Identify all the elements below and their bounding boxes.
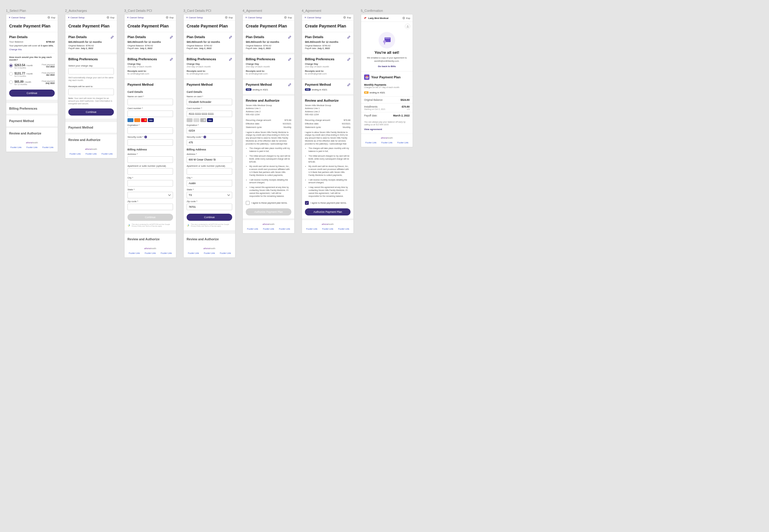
- footer-link[interactable]: Footer Link: [306, 228, 317, 230]
- billing-prefs-collapsed[interactable]: Billing Preferences: [6, 101, 58, 114]
- change-this-link[interactable]: Change this: [9, 48, 55, 51]
- back-to-bills-link[interactable]: Go back to Bills: [361, 65, 413, 68]
- language-toggle[interactable]: Esp: [402, 17, 410, 20]
- edit-icon[interactable]: [288, 83, 291, 86]
- state-select[interactable]: TX: [187, 192, 232, 198]
- authorize-button[interactable]: Authorize Payment Plan: [305, 208, 350, 215]
- cancel-setup-link[interactable]: ✕Cancel Setup: [127, 16, 144, 19]
- globe-icon: [402, 17, 405, 20]
- edit-icon[interactable]: [170, 58, 173, 61]
- page-title: Create Payment Plan: [124, 21, 176, 32]
- plan-option-0[interactable]: $263.54 / monthfor 3 months Final paymen…: [9, 64, 55, 69]
- zip-input[interactable]: [187, 204, 232, 210]
- cancel-setup-link[interactable]: ✕Cancel Setup: [304, 16, 321, 19]
- column-label: 4_Agreement: [242, 9, 294, 12]
- footer-link[interactable]: Footer Link: [188, 252, 199, 254]
- edit-icon[interactable]: [170, 35, 173, 39]
- address-input[interactable]: [187, 156, 232, 163]
- footer-link[interactable]: Footer Link: [365, 141, 376, 144]
- footer-link[interactable]: Footer Link: [220, 252, 231, 254]
- expiration-input[interactable]: [187, 127, 232, 134]
- footer-link[interactable]: Footer Link: [161, 252, 172, 254]
- footer-link[interactable]: Footer Link: [381, 141, 393, 144]
- footer-link[interactable]: Footer Link: [10, 146, 22, 149]
- edit-icon[interactable]: [347, 83, 350, 86]
- page-title: Create Payment Plan: [184, 21, 235, 32]
- payment-method-heading: Payment Method: [127, 83, 153, 86]
- info-icon[interactable]: i: [203, 136, 206, 138]
- org-address: Seven Hills Medical Group Address Line 1…: [246, 104, 291, 116]
- apt-input[interactable]: [187, 168, 232, 175]
- plan-option-2[interactable]: $65.89 / monthfor 12 months Final paymen…: [9, 80, 55, 85]
- edit-icon[interactable]: [229, 58, 232, 61]
- footer-link[interactable]: Footer Link: [69, 153, 81, 155]
- cancel-setup-link[interactable]: ✕Cancel Setup: [186, 16, 203, 19]
- edit-icon[interactable]: [229, 35, 232, 39]
- mastercard-icon: [200, 118, 206, 122]
- review-collapsed[interactable]: Review and Authorize: [124, 232, 176, 244]
- edit-icon[interactable]: [347, 58, 350, 61]
- name-on-card-input[interactable]: [127, 99, 173, 105]
- footer-link[interactable]: Footer Link: [85, 153, 97, 155]
- card-number-input[interactable]: [187, 111, 232, 117]
- footer-link[interactable]: Footer Link: [26, 146, 38, 149]
- footer-link[interactable]: Footer Link: [145, 252, 156, 254]
- language-toggle[interactable]: Esp: [106, 16, 114, 19]
- payment-method-collapsed[interactable]: Payment Method: [65, 120, 117, 133]
- footer-link[interactable]: Footer Link: [42, 146, 54, 149]
- plan-option-1[interactable]: $131.77 / monthfor 6 months Final paymen…: [9, 72, 55, 77]
- cancel-setup-link[interactable]: ✕Cancel Setup: [68, 16, 85, 19]
- plan-desc: Your payment plan will cover all: [9, 44, 41, 47]
- info-icon[interactable]: i: [144, 136, 147, 138]
- continue-button[interactable]: Continue: [9, 90, 55, 97]
- footer-link[interactable]: Footer Link: [263, 228, 274, 230]
- language-toggle[interactable]: Esp: [47, 16, 55, 19]
- city-input[interactable]: [127, 180, 173, 186]
- zip-input[interactable]: [127, 204, 173, 210]
- footer-link[interactable]: Footer Link: [204, 252, 215, 254]
- review-collapsed[interactable]: Review and Authorize: [6, 126, 58, 139]
- review-collapsed[interactable]: Review and Authorize: [184, 232, 235, 244]
- expiration-input[interactable]: [127, 127, 173, 134]
- security-code-input[interactable]: [187, 139, 232, 146]
- language-toggle[interactable]: Esp: [225, 16, 233, 19]
- payment-method-collapsed[interactable]: Payment Method: [6, 114, 58, 126]
- continue-button[interactable]: Continue: [68, 108, 114, 116]
- review-collapsed[interactable]: Review and Authorize: [65, 133, 117, 145]
- edit-icon[interactable]: [347, 35, 350, 39]
- footer-link[interactable]: Footer Link: [338, 228, 349, 230]
- address-input[interactable]: [127, 156, 173, 163]
- footer-link[interactable]: Footer Link: [247, 228, 258, 230]
- state-select[interactable]: [127, 192, 173, 198]
- agree-checkbox-row[interactable]: ✓ I agree to these payment plan terms.: [305, 201, 350, 205]
- city-input[interactable]: [187, 180, 232, 186]
- footer-link[interactable]: Footer Link: [397, 141, 409, 144]
- edit-icon[interactable]: [288, 58, 291, 61]
- view-agreement-link[interactable]: View agreement: [361, 128, 413, 134]
- apt-input[interactable]: [127, 168, 173, 175]
- continue-button[interactable]: Continue: [187, 214, 232, 221]
- agree-checkbox-row[interactable]: I agree to these payment plan terms.: [246, 201, 291, 205]
- edit-icon[interactable]: [111, 35, 114, 39]
- language-toggle[interactable]: Esp: [284, 16, 292, 19]
- cancel-setup-link[interactable]: ✕Cancel Setup: [9, 16, 25, 19]
- security-code-input[interactable]: [127, 139, 173, 146]
- receipts-input[interactable]: [68, 89, 114, 95]
- card-number-input[interactable]: [127, 111, 173, 117]
- billing-prefs-heading: Billing Preferences: [68, 57, 98, 61]
- edit-icon[interactable]: [288, 35, 291, 39]
- close-icon: ✕: [186, 16, 188, 19]
- footer-link[interactable]: Footer Link: [279, 228, 290, 230]
- cancel-setup-link[interactable]: ✕Cancel Setup: [245, 16, 262, 19]
- share-button[interactable]: [405, 24, 410, 29]
- footer-link[interactable]: Footer Link: [101, 153, 113, 155]
- footer-link[interactable]: Footer Link: [322, 228, 333, 230]
- recaptcha-icon: [187, 223, 189, 227]
- bird-icon: [363, 16, 367, 20]
- footer-links: Footer Link Footer Link Footer Link: [361, 140, 413, 147]
- charge-day-input[interactable]: [68, 68, 114, 74]
- name-on-card-input[interactable]: [187, 99, 232, 105]
- footer-link[interactable]: Footer Link: [129, 252, 140, 254]
- language-toggle[interactable]: Esp: [166, 16, 174, 19]
- language-toggle[interactable]: Esp: [343, 16, 351, 19]
